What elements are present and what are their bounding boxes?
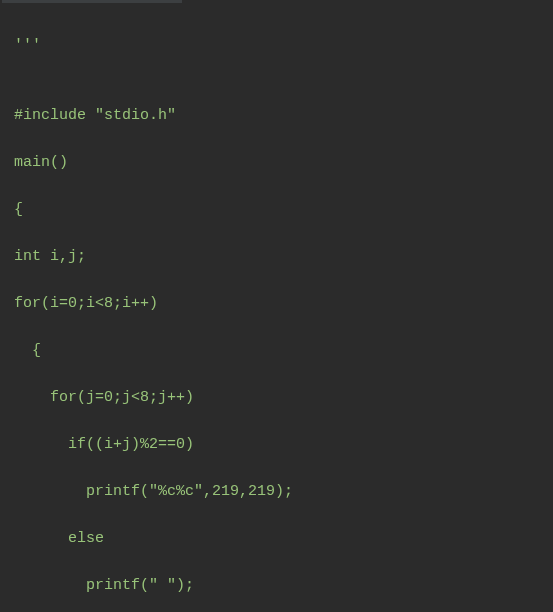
active-tab-indicator[interactable]	[2, 0, 182, 3]
docstring-start: '''	[14, 37, 41, 54]
code-line: main()	[14, 151, 553, 175]
code-line: printf("%c%c",219,219);	[14, 480, 553, 504]
main-decl: main()	[14, 154, 68, 171]
include-header: "stdio.h"	[95, 107, 176, 124]
code-line: '''	[14, 34, 553, 58]
code-line: {	[14, 198, 553, 222]
include-directive: #include	[14, 107, 95, 124]
code-line: #include "stdio.h"	[14, 104, 553, 128]
code-line: if((i+j)%2==0)	[14, 433, 553, 457]
code-line: {	[14, 339, 553, 363]
code-line: for(i=0;i<8;i++)	[14, 292, 553, 316]
code-editor[interactable]: ''' #include "stdio.h" main() { int i,j;…	[0, 6, 553, 612]
code-line: int i,j;	[14, 245, 553, 269]
code-line: printf(" ");	[14, 574, 553, 598]
code-line: else	[14, 527, 553, 551]
code-line: for(j=0;j<8;j++)	[14, 386, 553, 410]
